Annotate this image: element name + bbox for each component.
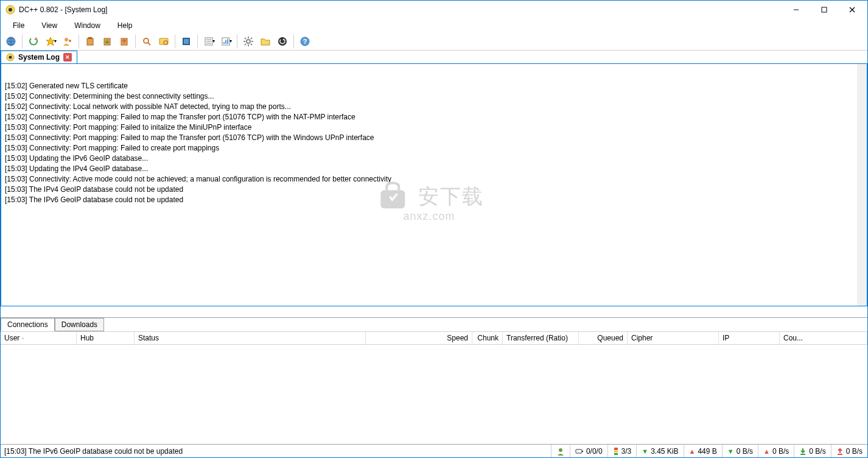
settings-icon[interactable] — [240, 33, 256, 49]
tab-downloads[interactable]: Downloads — [55, 318, 104, 331]
tab-close-icon[interactable]: ✕ — [63, 53, 72, 62]
globe-icon[interactable] — [3, 33, 19, 49]
document-tabs: System Log ✕ — [1, 51, 867, 64]
refresh-list-icon[interactable] — [275, 33, 290, 49]
svg-point-7 — [65, 38, 68, 41]
watermark-sub: anxz.com — [374, 211, 483, 222]
svg-rect-25 — [225, 40, 226, 44]
menu-file[interactable]: File — [4, 20, 33, 31]
status-download-total: ▼3.45 KiB — [636, 445, 683, 457]
svg-line-32 — [245, 38, 246, 39]
log-line: [15:03] The IPv4 GeoIP database could no… — [5, 185, 853, 195]
log-line: [15:02] Connectivity: Local network with… — [5, 102, 853, 112]
status-text: [15:03] The IPv6 GeoIP database could no… — [1, 447, 551, 456]
open-file-list-icon[interactable] — [257, 33, 273, 49]
svg-line-34 — [245, 44, 246, 45]
status-upload-rate2: 0 B/s — [831, 445, 867, 457]
col-country[interactable]: Cou... — [780, 332, 867, 344]
refresh-icon[interactable] — [26, 33, 41, 49]
transfers-pane: Connections Downloads User ^ Hub Status … — [1, 317, 867, 444]
finished-uploads-icon[interactable] — [116, 33, 132, 49]
menu-window[interactable]: Window — [66, 20, 109, 31]
tab-label: System Log — [18, 53, 60, 62]
svg-line-33 — [251, 44, 252, 45]
menubar: File View Window Help — [1, 19, 867, 32]
window-title: DC++ 0.802 - [System Log] — [19, 5, 782, 14]
svg-rect-48 — [614, 453, 618, 455]
log-content[interactable]: [15:02] Generated new TLS certificate [1… — [1, 64, 857, 306]
col-status[interactable]: Status — [135, 332, 366, 344]
log-line: [15:03] Connectivity: Port mapping: Fail… — [5, 133, 853, 143]
status-upload-total: ▲449 B — [684, 445, 722, 457]
status-hubs: 3/3 — [607, 445, 637, 457]
notepad-icon[interactable] — [178, 33, 194, 49]
app-icon — [5, 5, 15, 15]
col-chunk[interactable]: Chunk — [472, 332, 503, 344]
tab-connections[interactable]: Connections — [1, 318, 55, 331]
col-transferred[interactable]: Transferred (Ratio) — [503, 332, 579, 344]
svg-text:?: ? — [303, 38, 307, 45]
svg-rect-18 — [184, 39, 189, 44]
close-button[interactable] — [838, 1, 866, 19]
svg-rect-44 — [576, 449, 582, 453]
log-line: [15:03] Connectivity: Port mapping: Fail… — [5, 143, 853, 153]
svg-point-1 — [9, 8, 12, 12]
svg-point-13 — [144, 38, 149, 43]
svg-point-8 — [69, 40, 71, 42]
log-area: [15:02] Generated new TLS certificate [1… — [1, 64, 867, 306]
svg-rect-24 — [223, 42, 225, 44]
svg-rect-9 — [87, 38, 93, 45]
svg-rect-10 — [88, 37, 92, 39]
menu-view[interactable]: View — [33, 20, 66, 31]
log-tab-icon — [6, 53, 15, 62]
log-line: [15:02] Generated new TLS certificate — [5, 81, 853, 91]
col-user[interactable]: User ^ — [1, 332, 77, 344]
system-log-icon[interactable]: ▾ — [201, 33, 217, 49]
titlebar: DC++ 0.802 - [System Log] — [1, 1, 867, 19]
queue-icon[interactable] — [82, 33, 98, 49]
status-away-icon[interactable] — [551, 445, 570, 457]
svg-rect-46 — [614, 448, 618, 450]
finished-downloads-icon[interactable] — [99, 33, 115, 49]
svg-point-36 — [247, 40, 250, 43]
col-speed[interactable]: Speed — [366, 332, 472, 344]
grid-header: User ^ Hub Status Speed Chunk Transferre… — [1, 331, 867, 345]
adl-search-icon[interactable] — [156, 33, 172, 49]
menu-help[interactable]: Help — [109, 20, 141, 31]
log-line: [15:03] Updating the IPv4 GeoIP database… — [5, 164, 853, 174]
log-line: [15:02] Connectivity: Port mapping: Fail… — [5, 112, 853, 122]
log-line: [15:03] Connectivity: Active mode could … — [5, 174, 853, 185]
col-ip[interactable]: IP — [719, 332, 780, 344]
status-slots: 0/0/0 — [570, 445, 607, 457]
col-cipher[interactable]: Cipher — [628, 332, 719, 344]
maximize-button[interactable] — [810, 1, 838, 19]
statusbar: [15:03] The IPv6 GeoIP database could no… — [1, 444, 867, 457]
bottom-tabs: Connections Downloads — [1, 318, 867, 331]
svg-rect-26 — [227, 39, 228, 44]
col-hub[interactable]: Hub — [77, 332, 135, 344]
grid-body[interactable] — [1, 345, 867, 444]
status-download-rate1: ▼0 B/s — [722, 445, 758, 457]
tab-system-log[interactable]: System Log ✕ — [1, 51, 77, 63]
svg-rect-3 — [822, 7, 827, 12]
toolbar: ▾ ▾ ▾ ? — [1, 32, 867, 51]
help-icon[interactable]: ? — [297, 33, 313, 49]
log-line: [15:03] The IPv6 GeoIP database could no… — [5, 195, 853, 205]
svg-line-14 — [148, 43, 150, 45]
svg-point-43 — [559, 448, 562, 452]
search-icon[interactable] — [139, 33, 155, 49]
stats-icon[interactable]: ▾ — [218, 33, 234, 49]
svg-point-41 — [9, 56, 12, 59]
users-icon[interactable] — [60, 33, 75, 49]
col-queued[interactable]: Queued — [579, 332, 628, 344]
favorites-icon[interactable]: ▾ — [43, 33, 58, 49]
log-line: [15:02] Connectivity: Determining the be… — [5, 91, 853, 102]
minimize-button[interactable] — [782, 1, 810, 19]
scrollbar[interactable] — [857, 64, 867, 306]
svg-rect-45 — [582, 451, 583, 452]
svg-rect-47 — [614, 451, 618, 453]
log-line: [15:03] Connectivity: Port mapping: Fail… — [5, 122, 853, 133]
svg-point-37 — [278, 37, 287, 46]
svg-line-35 — [251, 38, 252, 39]
log-line: [15:03] Updating the IPv6 GeoIP database… — [5, 153, 853, 164]
